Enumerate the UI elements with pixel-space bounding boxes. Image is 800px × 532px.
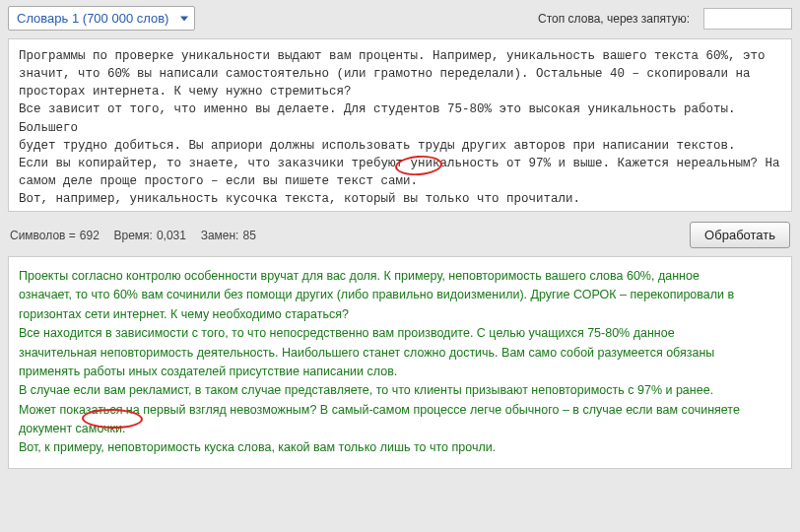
output-line: горизонтах сети интернет. К чему необход… xyxy=(19,305,781,324)
replacements-label: Замен: xyxy=(201,229,239,242)
output-line: значительная неповторимость деятельность… xyxy=(19,344,781,363)
input-line: Все зависит от того, что именно вы делае… xyxy=(19,100,781,136)
output-line: документ самочки. xyxy=(19,420,781,438)
input-line: будет трудно добиться. Вы априори должны… xyxy=(19,137,781,155)
output-line: Все находится в зависимости с того, то ч… xyxy=(19,324,781,343)
dictionary-label: Словарь 1 (700 000 слов) xyxy=(17,11,168,26)
chars-label: Символов = xyxy=(10,229,76,242)
output-line: применять работы иных создателей присутс… xyxy=(19,363,781,381)
stop-words-input[interactable] xyxy=(703,8,792,30)
input-line: самом деле проще простого – если вы пише… xyxy=(19,172,781,190)
output-line: Вот, к примеру, неповторимость куска сло… xyxy=(19,438,781,457)
top-bar: Словарь 1 (700 000 слов) Стоп слова, чер… xyxy=(0,0,800,36)
time-value: 0,031 xyxy=(157,229,186,242)
chevron-down-icon xyxy=(180,16,188,21)
input-text-panel[interactable]: Программы по проверке уникальности выдаю… xyxy=(8,38,792,212)
output-text-panel: Проекты согласно контролю особенности вр… xyxy=(8,256,792,469)
input-line: Если вы копирайтер, то знаете, что заказ… xyxy=(19,155,781,172)
time-label: Время: xyxy=(114,229,153,242)
output-line: означает, то что 60% вам сочинили без по… xyxy=(19,286,781,304)
dictionary-dropdown[interactable]: Словарь 1 (700 000 слов) xyxy=(8,6,195,31)
output-line: Проекты согласно контролю особенности вр… xyxy=(19,267,781,286)
process-button[interactable]: Обработать xyxy=(690,222,790,248)
chars-value: 692 xyxy=(80,229,100,242)
replacements-value: 85 xyxy=(242,229,255,242)
stats-bar: Символов = 692 Время: 0,031 Замен: 85 Об… xyxy=(0,216,800,254)
input-line: Вот, например, уникальность кусочка текс… xyxy=(19,190,781,208)
output-line: Может показаться на первый взгляд невозм… xyxy=(19,401,781,420)
input-line: просторах интернета. К чему нужно стреми… xyxy=(19,83,781,100)
input-line: Программы по проверке уникальности выдаю… xyxy=(19,47,781,65)
output-line: В случае если вам рекламист, в таком слу… xyxy=(19,381,781,400)
input-line: значит, что 60% вы написали самостоятель… xyxy=(19,65,781,83)
stop-words-label: Стоп слова, через запятую: xyxy=(538,12,690,26)
